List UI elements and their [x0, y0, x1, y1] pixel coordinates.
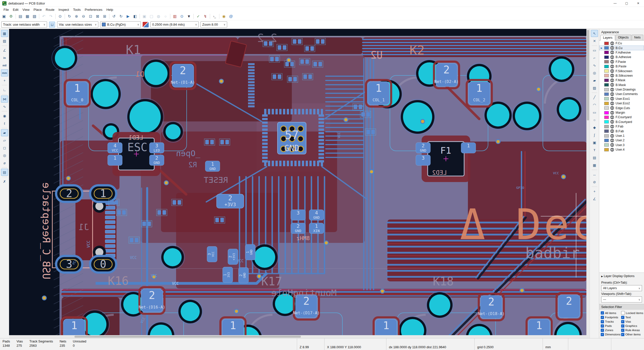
- close-button[interactable]: ✕: [632, 0, 644, 7]
- page-settings-button[interactable]: ▤: [17, 13, 24, 20]
- zoom-out-button[interactable]: ⊖: [80, 13, 87, 20]
- layer-visibility-eye-icon[interactable]: [610, 106, 614, 110]
- checkbox[interactable]: ✓: [621, 333, 624, 336]
- cleanup-tracks-button[interactable]: ↯: [202, 13, 209, 20]
- layer-visibility-eye-icon[interactable]: [610, 134, 614, 138]
- curved-ratsnest-button[interactable]: ∿: [1, 103, 8, 110]
- tracks-outline-button[interactable]: ⌀: [1, 159, 8, 166]
- save-button[interactable]: ▣: [1, 13, 7, 20]
- checkbox[interactable]: [621, 311, 625, 315]
- layer-visibility-eye-icon[interactable]: [610, 120, 614, 124]
- horizontal-scrollbar-thumb[interactable]: [74, 336, 301, 338]
- draw-bezier-button[interactable]: ∫: [591, 132, 598, 139]
- free-angle-mode-button[interactable]: ∟: [1, 86, 8, 93]
- layer-visibility-eye-icon[interactable]: [610, 51, 614, 54]
- layer-color-swatch[interactable]: [604, 42, 609, 45]
- find-button[interactable]: ⊙: [57, 13, 63, 20]
- layer-color-swatch[interactable]: [604, 97, 609, 100]
- filter-rule-areas[interactable]: ✓Rule Areas: [621, 328, 643, 332]
- place-text-button[interactable]: T: [591, 147, 598, 154]
- scripting-console-button[interactable]: ›_: [211, 13, 218, 20]
- filter-tracks[interactable]: ✓Tracks: [601, 320, 621, 323]
- plugin-swirl-button[interactable]: @: [228, 13, 234, 20]
- layer-color-swatch[interactable]: [604, 148, 609, 151]
- layer-visibility-eye-icon[interactable]: [610, 111, 614, 115]
- units-mm-button[interactable]: mm: [1, 69, 8, 76]
- draw-circle-button[interactable]: ○: [591, 116, 598, 123]
- layer-visibility-eye-icon[interactable]: [610, 60, 614, 64]
- flip-board-view-button[interactable]: ▶: [125, 13, 131, 20]
- layer-color-swatch[interactable]: [604, 56, 609, 59]
- layer-row-user-3[interactable]: ▶User.3: [599, 143, 644, 147]
- layer-row-b-paste[interactable]: ▶B.Paste: [599, 64, 644, 69]
- menu-tools[interactable]: Tools: [71, 7, 83, 12]
- layer-color-swatch[interactable]: [604, 69, 609, 73]
- layer-row-b-cu[interactable]: ▶B.Cu: [599, 46, 644, 50]
- layer-row-b-adhesive[interactable]: ▶B.Adhesive: [599, 55, 644, 59]
- layer-visibility-eye-icon[interactable]: [610, 125, 614, 128]
- checkbox[interactable]: ✓: [601, 311, 604, 315]
- rotate-cw-button[interactable]: ↻: [118, 13, 124, 20]
- rotate-ccw-button[interactable]: ↺: [111, 13, 117, 20]
- layer-color-swatch[interactable]: [604, 46, 609, 50]
- route-tracks-button[interactable]: ⌐: [591, 54, 598, 61]
- grid-overrides-button[interactable]: ▨: [1, 37, 8, 45]
- layer-visibility-eye-icon[interactable]: [610, 69, 614, 73]
- layer-color-swatch[interactable]: [604, 79, 609, 82]
- layer-color-swatch[interactable]: [604, 143, 609, 147]
- zoom-selection-button[interactable]: ⊞: [101, 13, 108, 20]
- layer-row-f-paste[interactable]: ▶F.Paste: [599, 60, 644, 64]
- group-button[interactable]: ▣: [141, 13, 148, 20]
- layer-pair-toggle[interactable]: [143, 22, 149, 27]
- edit-track-via-properties-button[interactable]: ▥: [172, 13, 178, 20]
- draw-polygon-button[interactable]: ◆: [591, 124, 598, 131]
- checkbox[interactable]: ✓: [601, 316, 604, 319]
- layer-color-swatch[interactable]: [604, 134, 609, 138]
- draw-rectangle-button[interactable]: ▭: [591, 109, 598, 116]
- layer-row-f-courtyard[interactable]: ▶F.Courtyard: [599, 115, 644, 119]
- layer-row-user-1[interactable]: ▶User.1: [599, 134, 644, 138]
- layer-visibility-eye-icon[interactable]: [610, 139, 614, 142]
- layer-color-swatch[interactable]: [604, 65, 609, 68]
- zoom-fit-objects-button[interactable]: ⊠: [94, 13, 101, 20]
- highlight-net-tool-button[interactable]: ✕: [591, 37, 598, 45]
- layer-row-f-adhesive[interactable]: ▶F.Adhesive: [599, 50, 644, 55]
- lock-button[interactable]: ◍: [155, 13, 162, 20]
- layer-visibility-eye-icon[interactable]: [610, 78, 614, 82]
- layer-row-user-4[interactable]: ▶User.4: [599, 147, 644, 152]
- print-button[interactable]: ▦: [24, 13, 31, 20]
- plot-button[interactable]: ▧: [31, 13, 38, 20]
- filter-other-items[interactable]: ✓Other items: [621, 333, 643, 336]
- layer-color-swatch[interactable]: [604, 74, 609, 77]
- layer-row-b-silkscreen[interactable]: ▶B.Silkscreen: [599, 73, 644, 78]
- checkbox[interactable]: ✓: [601, 324, 604, 328]
- layer-row-user-eco2[interactable]: ▶User.Eco2: [599, 101, 644, 106]
- checkbox[interactable]: ✓: [621, 320, 624, 323]
- tab-nets[interactable]: Nets: [632, 35, 643, 40]
- layer-row-edge-cuts[interactable]: ▶Edge.Cuts: [599, 106, 644, 110]
- layer-visibility-eye-icon[interactable]: [610, 97, 614, 101]
- text-box-button[interactable]: ▤: [591, 154, 598, 161]
- filter-all-items[interactable]: ✓All items: [601, 311, 621, 315]
- layer-visibility-eye-icon[interactable]: [610, 143, 614, 147]
- units-inches-button[interactable]: in: [1, 54, 8, 61]
- show-ratsnest-button[interactable]: ⋈: [1, 96, 8, 103]
- layer-color-swatch[interactable]: [604, 83, 609, 86]
- layer-row-b-courtyard[interactable]: ▶B.Courtyard: [599, 120, 644, 124]
- layer-visibility-eye-icon[interactable]: [610, 55, 614, 59]
- layer-visibility-eye-icon[interactable]: [610, 41, 614, 45]
- vias-outline-button[interactable]: ◎: [1, 152, 8, 159]
- layer-row-user-2[interactable]: ▶User.2: [599, 138, 644, 143]
- menu-inspect[interactable]: Inspect: [57, 7, 71, 12]
- layer-row-f-fab[interactable]: ▶F.Fab: [599, 124, 644, 129]
- menu-preferences[interactable]: Preferences: [83, 7, 104, 12]
- board-setup-button[interactable]: ⚙: [8, 13, 14, 20]
- rule-area-button[interactable]: ▨: [591, 84, 598, 92]
- track-posture-button[interactable]: ⊔: [49, 22, 55, 28]
- layer-visibility-eye-icon[interactable]: [610, 74, 614, 77]
- layer-color-swatch[interactable]: [604, 111, 609, 114]
- high-contrast-mode-button[interactable]: ▤: [1, 169, 8, 176]
- filter-pads[interactable]: ✓Pads: [601, 324, 621, 328]
- polar-coordinates-button[interactable]: ∠: [1, 47, 8, 54]
- checkbox[interactable]: ✓: [601, 329, 604, 332]
